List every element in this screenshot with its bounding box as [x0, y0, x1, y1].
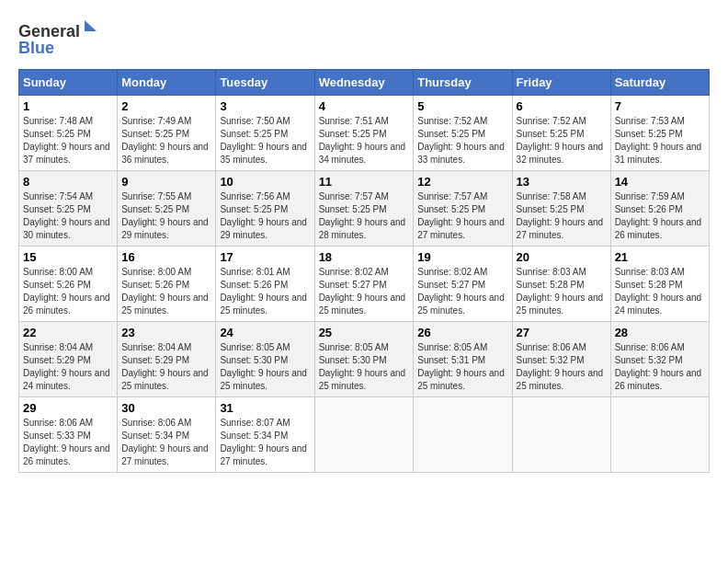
calendar-cell — [314, 397, 414, 473]
calendar-cell — [414, 397, 512, 473]
day-detail: Sunrise: 8:02 AMSunset: 5:27 PMDaylight:… — [417, 266, 507, 317]
day-detail: Sunrise: 7:53 AMSunset: 5:25 PMDaylight:… — [615, 115, 705, 167]
day-detail: Sunrise: 8:04 AMSunset: 5:29 PMDaylight:… — [23, 341, 113, 393]
calendar-cell: 31Sunrise: 8:07 AMSunset: 5:34 PMDayligh… — [216, 397, 314, 473]
day-detail: Sunrise: 7:52 AMSunset: 5:25 PMDaylight:… — [417, 115, 507, 167]
calendar-cell: 29Sunrise: 8:06 AMSunset: 5:33 PMDayligh… — [19, 397, 118, 473]
calendar-cell: 11Sunrise: 7:57 AMSunset: 5:25 PMDayligh… — [314, 171, 414, 247]
day-detail: Sunrise: 7:56 AMSunset: 5:25 PMDaylight:… — [220, 190, 310, 242]
calendar-week-row: 29Sunrise: 8:06 AMSunset: 5:33 PMDayligh… — [19, 397, 710, 473]
calendar-week-row: 22Sunrise: 8:04 AMSunset: 5:29 PMDayligh… — [19, 322, 710, 397]
day-number: 19 — [417, 250, 507, 264]
day-detail: Sunrise: 7:48 AMSunset: 5:25 PMDaylight:… — [23, 115, 113, 167]
calendar-cell: 15Sunrise: 8:00 AMSunset: 5:26 PMDayligh… — [19, 247, 118, 322]
day-detail: Sunrise: 8:02 AMSunset: 5:27 PMDaylight:… — [319, 266, 410, 317]
day-detail: Sunrise: 8:06 AMSunset: 5:34 PMDaylight:… — [121, 417, 211, 468]
calendar-cell: 13Sunrise: 7:58 AMSunset: 5:25 PMDayligh… — [512, 171, 610, 247]
svg-text:General: General — [18, 22, 80, 40]
calendar-cell: 9Sunrise: 7:55 AMSunset: 5:25 PMDaylight… — [118, 171, 216, 247]
calendar-cell: 8Sunrise: 7:54 AMSunset: 5:25 PMDaylight… — [19, 171, 118, 247]
calendar-cell: 17Sunrise: 8:01 AMSunset: 5:26 PMDayligh… — [216, 247, 314, 322]
day-detail: Sunrise: 7:57 AMSunset: 5:25 PMDaylight:… — [319, 190, 410, 242]
calendar-cell: 19Sunrise: 8:02 AMSunset: 5:27 PMDayligh… — [414, 247, 512, 322]
day-detail: Sunrise: 7:54 AMSunset: 5:25 PMDaylight:… — [23, 190, 113, 242]
day-number: 30 — [121, 401, 211, 415]
calendar-cell: 28Sunrise: 8:06 AMSunset: 5:32 PMDayligh… — [610, 322, 709, 397]
page-header: GeneralBlue — [18, 18, 710, 60]
day-number: 4 — [319, 99, 410, 113]
header-day: Thursday — [414, 70, 512, 96]
day-number: 21 — [615, 250, 705, 264]
svg-text:Blue: Blue — [18, 39, 54, 57]
day-number: 28 — [615, 326, 705, 339]
day-number: 5 — [417, 99, 507, 113]
calendar-week-row: 15Sunrise: 8:00 AMSunset: 5:26 PMDayligh… — [19, 247, 710, 322]
day-number: 15 — [23, 250, 113, 264]
header-day: Wednesday — [314, 70, 414, 96]
day-number: 27 — [517, 326, 607, 339]
svg-marker-1 — [85, 20, 97, 31]
day-detail: Sunrise: 8:03 AMSunset: 5:28 PMDaylight:… — [615, 266, 705, 317]
day-number: 9 — [121, 175, 211, 189]
calendar-cell: 7Sunrise: 7:53 AMSunset: 5:25 PMDaylight… — [610, 96, 709, 171]
day-number: 1 — [23, 99, 113, 113]
calendar-cell: 26Sunrise: 8:05 AMSunset: 5:31 PMDayligh… — [414, 322, 512, 397]
day-detail: Sunrise: 8:05 AMSunset: 5:30 PMDaylight:… — [319, 341, 410, 393]
day-detail: Sunrise: 8:04 AMSunset: 5:29 PMDaylight:… — [121, 341, 211, 393]
day-number: 2 — [121, 99, 211, 113]
day-number: 31 — [220, 401, 310, 415]
calendar-cell: 24Sunrise: 8:05 AMSunset: 5:30 PMDayligh… — [216, 322, 314, 397]
calendar-cell: 23Sunrise: 8:04 AMSunset: 5:29 PMDayligh… — [118, 322, 216, 397]
calendar-cell: 21Sunrise: 8:03 AMSunset: 5:28 PMDayligh… — [610, 247, 709, 322]
logo: GeneralBlue — [18, 18, 101, 60]
day-detail: Sunrise: 8:05 AMSunset: 5:31 PMDaylight:… — [417, 341, 507, 393]
day-detail: Sunrise: 7:59 AMSunset: 5:26 PMDaylight:… — [615, 190, 705, 242]
day-detail: Sunrise: 8:06 AMSunset: 5:32 PMDaylight:… — [517, 341, 607, 393]
day-detail: Sunrise: 7:58 AMSunset: 5:25 PMDaylight:… — [517, 190, 607, 242]
day-detail: Sunrise: 8:01 AMSunset: 5:26 PMDaylight:… — [220, 266, 310, 317]
day-number: 14 — [615, 175, 705, 189]
day-detail: Sunrise: 8:07 AMSunset: 5:34 PMDaylight:… — [220, 417, 310, 468]
calendar-cell: 2Sunrise: 7:49 AMSunset: 5:25 PMDaylight… — [118, 96, 216, 171]
day-detail: Sunrise: 7:51 AMSunset: 5:25 PMDaylight:… — [319, 115, 410, 167]
calendar-cell: 4Sunrise: 7:51 AMSunset: 5:25 PMDaylight… — [314, 96, 414, 171]
day-number: 23 — [121, 326, 211, 339]
day-detail: Sunrise: 7:52 AMSunset: 5:25 PMDaylight:… — [517, 115, 607, 167]
calendar-cell: 14Sunrise: 7:59 AMSunset: 5:26 PMDayligh… — [610, 171, 709, 247]
calendar-cell: 25Sunrise: 8:05 AMSunset: 5:30 PMDayligh… — [314, 322, 414, 397]
day-detail: Sunrise: 8:00 AMSunset: 5:26 PMDaylight:… — [23, 266, 113, 317]
day-number: 12 — [417, 175, 507, 189]
day-detail: Sunrise: 7:57 AMSunset: 5:25 PMDaylight:… — [417, 190, 507, 242]
header-day: Friday — [512, 70, 610, 96]
day-number: 13 — [517, 175, 607, 189]
calendar-cell — [512, 397, 610, 473]
calendar-cell: 10Sunrise: 7:56 AMSunset: 5:25 PMDayligh… — [216, 171, 314, 247]
calendar-cell — [610, 397, 709, 473]
day-detail: Sunrise: 8:06 AMSunset: 5:33 PMDaylight:… — [23, 417, 113, 468]
day-number: 7 — [615, 99, 705, 113]
day-number: 24 — [220, 326, 310, 339]
calendar-week-row: 1Sunrise: 7:48 AMSunset: 5:25 PMDaylight… — [19, 96, 710, 171]
day-detail: Sunrise: 8:06 AMSunset: 5:32 PMDaylight:… — [615, 341, 705, 393]
day-number: 8 — [23, 175, 113, 189]
calendar-cell: 30Sunrise: 8:06 AMSunset: 5:34 PMDayligh… — [118, 397, 216, 473]
header-day: Saturday — [610, 70, 709, 96]
day-number: 3 — [220, 99, 310, 113]
day-detail: Sunrise: 7:49 AMSunset: 5:25 PMDaylight:… — [121, 115, 211, 167]
day-number: 6 — [517, 99, 607, 113]
day-number: 10 — [220, 175, 310, 189]
calendar-cell: 5Sunrise: 7:52 AMSunset: 5:25 PMDaylight… — [414, 96, 512, 171]
calendar-cell: 3Sunrise: 7:50 AMSunset: 5:25 PMDaylight… — [216, 96, 314, 171]
calendar-cell: 1Sunrise: 7:48 AMSunset: 5:25 PMDaylight… — [19, 96, 118, 171]
day-number: 26 — [417, 326, 507, 339]
day-number: 29 — [23, 401, 113, 415]
day-number: 16 — [121, 250, 211, 264]
calendar-week-row: 8Sunrise: 7:54 AMSunset: 5:25 PMDaylight… — [19, 171, 710, 247]
calendar-cell: 16Sunrise: 8:00 AMSunset: 5:26 PMDayligh… — [118, 247, 216, 322]
calendar-table: SundayMondayTuesdayWednesdayThursdayFrid… — [18, 69, 710, 473]
day-detail: Sunrise: 8:03 AMSunset: 5:28 PMDaylight:… — [517, 266, 607, 317]
calendar-cell: 27Sunrise: 8:06 AMSunset: 5:32 PMDayligh… — [512, 322, 610, 397]
day-detail: Sunrise: 7:55 AMSunset: 5:25 PMDaylight:… — [121, 190, 211, 242]
calendar-cell: 6Sunrise: 7:52 AMSunset: 5:25 PMDaylight… — [512, 96, 610, 171]
calendar-cell: 20Sunrise: 8:03 AMSunset: 5:28 PMDayligh… — [512, 247, 610, 322]
